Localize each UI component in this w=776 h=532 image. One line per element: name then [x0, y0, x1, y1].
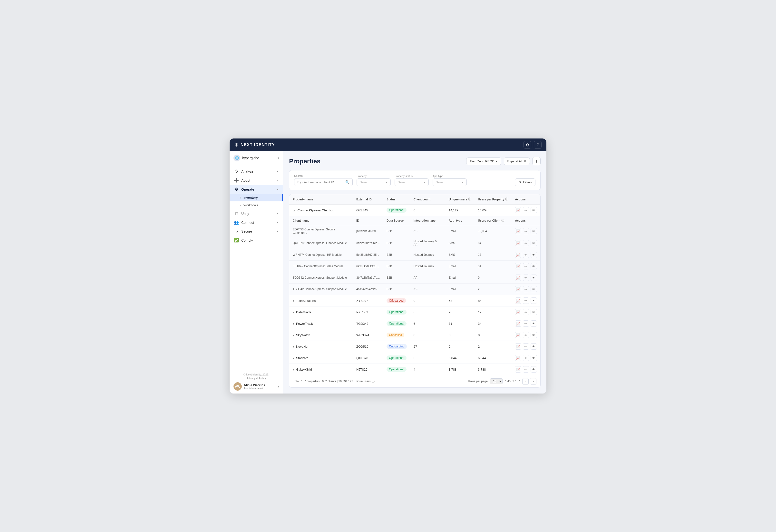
th-status: Status	[383, 194, 410, 205]
more-filters-button[interactable]: ▼ Filters	[515, 178, 536, 186]
edit-action-icon[interactable]: ✏	[523, 320, 529, 327]
expand-icon[interactable]: ▾	[293, 322, 294, 326]
table-header-row: Property name External ID Status Client …	[289, 194, 540, 205]
prev-page-button[interactable]: ‹	[522, 378, 529, 384]
view-action-icon[interactable]: 👁	[531, 320, 537, 327]
chart-action-icon[interactable]: 📈	[515, 366, 521, 373]
chart-action-icon[interactable]: 📈	[515, 298, 521, 304]
edit-action-icon[interactable]: ✏	[523, 275, 529, 281]
expand-icon[interactable]: ▾	[293, 334, 294, 337]
view-action-icon[interactable]: 👁	[531, 298, 537, 304]
sidebar-item-analyze[interactable]: ⏱ Analyze ▾	[230, 167, 283, 176]
privacy-link[interactable]: Privacy & Policy	[233, 377, 279, 380]
list-item: WRN874 ConnectXpress: HR Module 5ef85ef8…	[289, 249, 540, 260]
chart-action-icon[interactable]: 📈	[515, 332, 521, 338]
sub-arrow-icon: ↳	[239, 204, 241, 207]
view-action-icon[interactable]: 👁	[531, 207, 537, 213]
expand-icon[interactable]: ▾	[293, 345, 294, 348]
view-action-icon[interactable]: 👁	[531, 309, 537, 315]
edit-action-icon[interactable]: ✏	[523, 332, 529, 338]
sidebar-item-connect[interactable]: 👥 Connect ▾	[230, 218, 283, 227]
data-source-cell: B2B	[383, 260, 410, 272]
sub-th-id: ID	[353, 216, 383, 225]
help-button[interactable]: ?	[534, 141, 542, 149]
view-action-icon[interactable]: 👁	[531, 263, 537, 270]
view-action-icon[interactable]: 👁	[531, 332, 537, 338]
chart-action-icon[interactable]: 📈	[515, 320, 521, 327]
edit-action-icon[interactable]: ✏	[523, 263, 529, 270]
expand-label: Expand All	[508, 159, 522, 163]
property-label: Property	[357, 175, 391, 177]
property-select[interactable]: Select ▾	[357, 178, 391, 186]
sidebar-item-adopt[interactable]: ➕ Adopt ▾	[230, 176, 283, 185]
expand-all-button[interactable]: Expand All ✕	[504, 158, 530, 165]
app-type-select[interactable]: Select ▾	[433, 178, 467, 186]
sidebar-item-unify[interactable]: ◻ Unify ▾	[230, 209, 283, 218]
expand-icon[interactable]: ▾	[293, 311, 294, 314]
user-profile[interactable]: AW Alicia Watkins Portfolio analyst ▴	[233, 382, 279, 391]
chart-action-icon[interactable]: 📈	[515, 240, 521, 246]
search-input[interactable]	[297, 180, 343, 184]
edit-action-icon[interactable]: ✏	[523, 251, 529, 258]
property-name-cell: ▾ DataMinds	[289, 307, 353, 318]
view-action-icon[interactable]: 👁	[531, 355, 537, 361]
edit-action-icon[interactable]: ✏	[523, 207, 529, 213]
download-button[interactable]: ⬇	[532, 157, 541, 165]
env-button[interactable]: Env: Zend PROD ▾	[466, 158, 501, 165]
view-action-icon[interactable]: 👁	[531, 228, 537, 234]
next-page-button[interactable]: ›	[530, 378, 537, 384]
edit-action-icon[interactable]: ✏	[523, 228, 529, 234]
view-action-icon[interactable]: 👁	[531, 343, 537, 350]
view-action-icon[interactable]: 👁	[531, 275, 537, 281]
expand-icon[interactable]: ▾	[293, 356, 294, 360]
settings-button[interactable]: ⚙	[524, 141, 531, 149]
chart-action-icon[interactable]: 📈	[515, 343, 521, 350]
view-action-icon[interactable]: 👁	[531, 240, 537, 246]
chart-action-icon[interactable]: 📈	[515, 309, 521, 315]
view-action-icon[interactable]: 👁	[531, 251, 537, 258]
integration-type-cell: Hosted Journey	[410, 249, 445, 260]
sub-th-integration-type: Integration type	[410, 216, 445, 225]
edit-action-icon[interactable]: ✏	[523, 355, 529, 361]
chart-action-icon[interactable]: 📈	[515, 251, 521, 258]
chart-action-icon[interactable]: 📈	[515, 207, 521, 213]
integration-type-cell: Hosted Journey	[410, 260, 445, 272]
view-action-icon[interactable]: 👁	[531, 286, 537, 292]
org-selector[interactable]: 🌐 hyperglobe ▾	[230, 151, 283, 165]
edit-action-icon[interactable]: ✏	[523, 309, 529, 315]
sidebar-item-operate[interactable]: ⚙ Operate ▴	[230, 185, 283, 194]
users-per-client-info-icon[interactable]: ⓘ	[501, 218, 504, 223]
edit-action-icon[interactable]: ✏	[523, 240, 529, 246]
expand-icon[interactable]: ▾	[293, 368, 294, 371]
search-input-wrap[interactable]: 🔍	[294, 178, 353, 186]
edit-action-icon[interactable]: ✏	[523, 286, 529, 292]
sidebar-item-inventory[interactable]: ↳ Inventory	[230, 194, 283, 201]
chart-action-icon[interactable]: 📈	[515, 263, 521, 270]
view-action-icon[interactable]: 👁	[531, 366, 537, 373]
chart-action-icon[interactable]: 📈	[515, 228, 521, 234]
auth-type-cell: SMS	[445, 249, 474, 260]
sub-actions-cell: 📈 ✏ 👁	[512, 272, 540, 284]
logo-area: ✳ NEXT IDENTITY	[234, 142, 275, 148]
edit-action-icon[interactable]: ✏	[523, 298, 529, 304]
rows-per-page-select[interactable]: 15 25 50	[490, 378, 503, 384]
chart-action-icon[interactable]: 📈	[515, 275, 521, 281]
edit-action-icon[interactable]: ✏	[523, 366, 529, 373]
sidebar-item-comply[interactable]: ✅ Comply	[230, 236, 283, 245]
sidebar-item-secure[interactable]: 🛡 Secure ▾	[230, 227, 283, 236]
unique-users-info-icon[interactable]: ⓘ	[468, 197, 471, 201]
status-select[interactable]: Select ▾	[395, 178, 429, 186]
list-item: EDP453 ConnectXpress: Secure Commun... j…	[289, 225, 540, 237]
sidebar-item-workflows[interactable]: ↳ Workflows	[230, 201, 283, 209]
status-badge: Cancelled	[387, 333, 404, 337]
table-row: ▾ GalaxyGrid NJT826 Operational 4 3,788 …	[289, 364, 540, 375]
chart-action-icon[interactable]: 📈	[515, 286, 521, 292]
chart-action-icon[interactable]: 📈	[515, 355, 521, 361]
expand-icon[interactable]: ▾	[293, 299, 294, 303]
totals-info-icon[interactable]: ⓘ	[372, 379, 375, 383]
page-title: Properties	[289, 158, 321, 165]
users-per-property-cell: 16,054	[474, 205, 512, 216]
users-per-property-info-icon[interactable]: ⓘ	[505, 197, 508, 201]
edit-action-icon[interactable]: ✏	[523, 343, 529, 350]
collapse-icon[interactable]: ▲	[293, 209, 296, 212]
